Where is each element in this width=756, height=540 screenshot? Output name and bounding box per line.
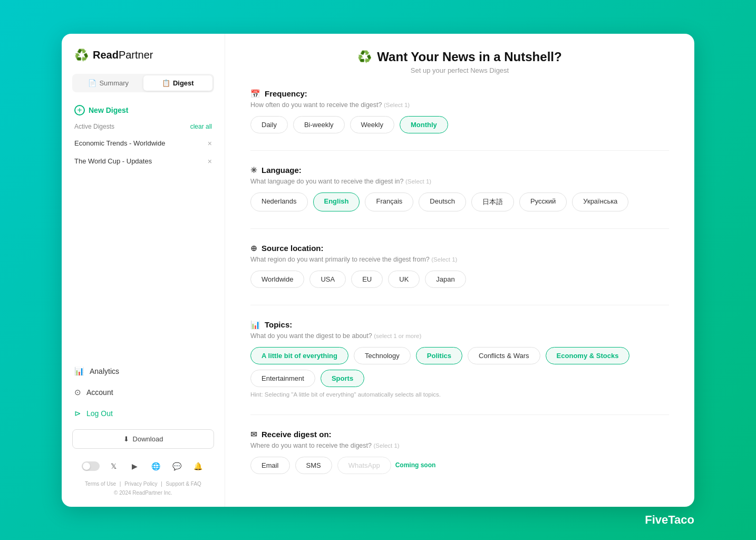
- support-link[interactable]: Support & FAQ: [166, 481, 201, 487]
- main-title: ♻️ Want Your News in a Nutshell?: [250, 50, 669, 64]
- coming-soon-badge: Coming soon: [395, 461, 436, 469]
- clear-all-button[interactable]: clear all: [190, 123, 212, 130]
- digest-item[interactable]: Economic Trends - Worldwide ×: [62, 134, 225, 152]
- chat-icon[interactable]: 💬: [170, 459, 184, 473]
- footer-links: Terms of Use | Privacy Policy | Support …: [62, 477, 225, 502]
- source-location-section: ⊕ Source location: What region do you wa…: [250, 244, 669, 288]
- plus-icon: +: [74, 105, 85, 115]
- language-option-de[interactable]: Deutsch: [419, 192, 466, 211]
- topics-question: What do you want the digest to be about?…: [250, 332, 669, 340]
- receive-label: ✉ Receive digest on:: [250, 430, 669, 439]
- active-digests-header: Active Digests clear all: [62, 123, 225, 134]
- language-label: ✳ Language:: [250, 166, 669, 175]
- sidebar-item-logout[interactable]: ⊳ Log Out: [62, 403, 225, 424]
- privacy-link[interactable]: Privacy Policy: [124, 481, 157, 487]
- topic-option-economy[interactable]: Economy & Stocks: [546, 347, 630, 364]
- receive-option-sms[interactable]: SMS: [295, 457, 332, 474]
- language-option-ru[interactable]: Русский: [519, 192, 567, 211]
- logo-icon: ♻️: [74, 49, 89, 62]
- logo-text: ReadPartner: [93, 49, 153, 61]
- language-option-uk[interactable]: Українська: [572, 192, 628, 211]
- nav-tabs: 📄 Summary 📋 Digest: [72, 74, 214, 92]
- topics-label: 📊 Topics:: [250, 320, 669, 330]
- source-icon: ⊕: [250, 244, 257, 253]
- topics-hint-text: Hint: Selecting "A little bit of everyth…: [250, 391, 669, 398]
- download-button[interactable]: ⬇ Download: [72, 429, 214, 449]
- download-icon: ⬇: [123, 435, 129, 443]
- location-option-japan[interactable]: Japan: [425, 271, 466, 288]
- language-option-fr[interactable]: Français: [365, 192, 413, 211]
- language-question: What language do you want to receive the…: [250, 178, 669, 185]
- toggle-knob: [83, 462, 90, 470]
- location-option-uk[interactable]: UK: [388, 271, 420, 288]
- sidebar: ♻️ ReadPartner 📄 Summary 📋 Digest + New …: [62, 34, 225, 507]
- logout-icon: ⊳: [74, 409, 81, 418]
- language-section: ✳ Language: What language do you want to…: [250, 166, 669, 211]
- frequency-option-daily[interactable]: Daily: [250, 116, 288, 133]
- close-digest-1-icon[interactable]: ×: [208, 139, 212, 148]
- frequency-label: 📅 Frequency:: [250, 89, 669, 99]
- receive-icon: ✉: [250, 430, 257, 439]
- topics-icon: 📊: [250, 320, 260, 330]
- receive-option-email[interactable]: Email: [250, 457, 290, 474]
- location-option-eu[interactable]: EU: [351, 271, 383, 288]
- frequency-option-weekly[interactable]: Weekly: [350, 116, 394, 133]
- source-location-label: ⊕ Source location:: [250, 244, 669, 253]
- main-subtitle: Set up your perfect News Digest: [250, 66, 669, 74]
- topic-option-conflicts[interactable]: Conflicts & Wars: [468, 347, 540, 364]
- toggle-switch[interactable]: [82, 461, 100, 471]
- terms-link[interactable]: Terms of Use: [85, 481, 116, 487]
- frequency-option-biweekly[interactable]: Bi-weekly: [293, 116, 345, 133]
- location-option-usa[interactable]: USA: [309, 271, 346, 288]
- location-option-worldwide[interactable]: Worldwide: [250, 271, 304, 288]
- header-logo-icon: ♻️: [357, 50, 372, 64]
- copyright-text: © 2024 ReadPartner Inc.: [114, 490, 172, 496]
- language-icon: ✳: [250, 166, 257, 175]
- topic-option-technology[interactable]: Technology: [354, 347, 411, 364]
- receive-options: Email SMS WhatsApp Coming soon: [250, 457, 669, 474]
- sidebar-item-analytics[interactable]: 📊 Analytics: [62, 361, 225, 382]
- close-digest-2-icon[interactable]: ×: [208, 157, 212, 166]
- main-content: ♻️ Want Your News in a Nutshell? Set up …: [225, 34, 694, 507]
- receive-whatsapp-container: WhatsApp Coming soon: [337, 457, 436, 474]
- active-digests-label: Active Digests: [74, 123, 114, 130]
- analytics-icon: 📊: [74, 367, 84, 376]
- bell-icon[interactable]: 🔔: [191, 459, 205, 473]
- language-options: Nederlands English Français Deutsch 日本語 …: [250, 192, 669, 211]
- language-option-en[interactable]: English: [313, 192, 360, 211]
- globe-icon[interactable]: 🌐: [149, 459, 163, 473]
- frequency-icon: 📅: [250, 89, 260, 99]
- main-header: ♻️ Want Your News in a Nutshell? Set up …: [250, 50, 669, 74]
- topics-options: A little bit of everything Technology Po…: [250, 347, 669, 387]
- youtube-icon[interactable]: ▶: [128, 459, 142, 473]
- receive-section: ✉ Receive digest on: Where do you want t…: [250, 430, 669, 474]
- fivetaco-branding: FiveTaco: [645, 513, 694, 527]
- sidebar-item-account[interactable]: ⊙ Account: [62, 382, 225, 403]
- topic-option-everything[interactable]: A little bit of everything: [250, 347, 348, 364]
- twitter-x-icon[interactable]: 𝕏: [107, 459, 121, 473]
- digest-tab-icon: 📋: [162, 79, 170, 87]
- summary-tab-icon: 📄: [88, 79, 96, 87]
- topic-option-entertainment[interactable]: Entertainment: [250, 370, 315, 387]
- logo: ♻️ ReadPartner: [62, 49, 225, 74]
- tab-digest[interactable]: 📋 Digest: [143, 75, 213, 91]
- source-location-options: Worldwide USA EU UK Japan: [250, 271, 669, 288]
- source-location-question: What region do you want primarily to rec…: [250, 256, 669, 263]
- new-digest-button[interactable]: + New Digest: [62, 102, 225, 123]
- topic-option-sports[interactable]: Sports: [321, 370, 364, 387]
- tab-summary[interactable]: 📄 Summary: [74, 75, 143, 91]
- account-icon: ⊙: [74, 388, 81, 397]
- digest-item[interactable]: The World Cup - Updates ×: [62, 152, 225, 170]
- frequency-options: Daily Bi-weekly Weekly Monthly: [250, 116, 669, 133]
- language-option-nl[interactable]: Nederlands: [250, 192, 308, 211]
- social-icons-row: 𝕏 ▶ 🌐 💬 🔔: [62, 454, 225, 477]
- language-option-ja[interactable]: 日本語: [471, 192, 514, 211]
- frequency-section: 📅 Frequency: How often do you want to re…: [250, 89, 669, 133]
- topic-option-politics[interactable]: Politics: [416, 347, 462, 364]
- topics-section: 📊 Topics: What do you want the digest to…: [250, 320, 669, 398]
- sidebar-bottom: 📊 Analytics ⊙ Account ⊳ Log Out ⬇ Downlo…: [62, 361, 225, 507]
- frequency-question: How often do you want to receive the dig…: [250, 101, 669, 109]
- receive-option-whatsapp[interactable]: WhatsApp: [337, 457, 391, 474]
- frequency-option-monthly[interactable]: Monthly: [400, 116, 448, 133]
- receive-question: Where do you want to receive the digest?…: [250, 442, 669, 449]
